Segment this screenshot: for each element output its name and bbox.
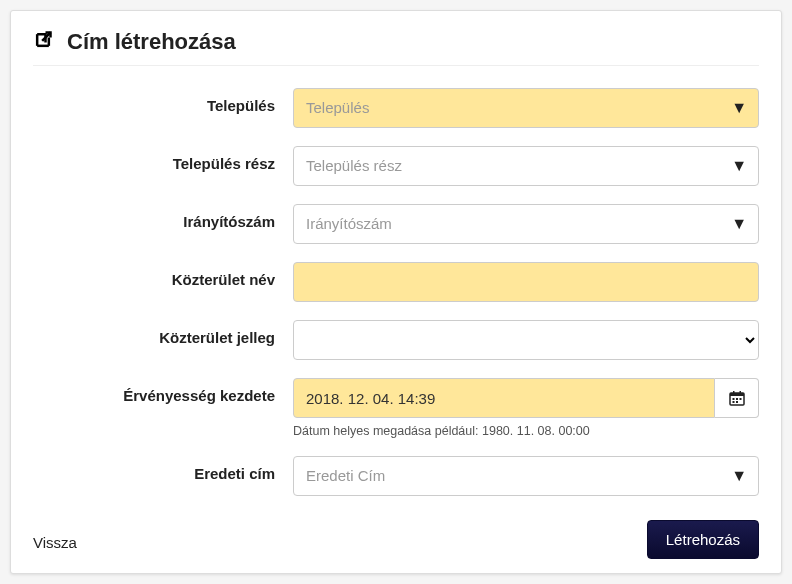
external-link-icon <box>33 30 53 55</box>
row-kozterulet-jelleg: Közterület jelleg <box>33 320 759 360</box>
address-create-panel: Cím létrehozása Település Település ▼ Te… <box>10 10 782 574</box>
submit-button[interactable]: Létrehozás <box>647 520 759 559</box>
svg-rect-5 <box>736 398 738 400</box>
input-ervenyesseg[interactable] <box>293 378 715 418</box>
select-telepules-resz[interactable]: Település rész ▼ <box>293 146 759 186</box>
svg-rect-4 <box>732 398 734 400</box>
select-iranyitoszam[interactable]: Irányítószám ▼ <box>293 204 759 244</box>
label-telepules-resz: Település rész <box>33 146 293 172</box>
hint-ervenyesseg: Dátum helyes megadása például: 1980. 11.… <box>293 424 759 438</box>
calendar-icon <box>729 390 745 406</box>
svg-rect-2 <box>733 391 735 394</box>
label-telepules: Település <box>33 88 293 114</box>
calendar-button[interactable] <box>715 378 759 418</box>
select-telepules[interactable]: Település ▼ <box>293 88 759 128</box>
select-eredeti-cim-value: Eredeti Cím <box>293 456 759 496</box>
select-eredeti-cim[interactable]: Eredeti Cím ▼ <box>293 456 759 496</box>
svg-rect-1 <box>730 393 744 396</box>
svg-rect-6 <box>739 398 741 400</box>
select-telepules-value: Település <box>293 88 759 128</box>
back-link[interactable]: Vissza <box>33 534 77 551</box>
label-kozterulet-jelleg: Közterület jelleg <box>33 320 293 346</box>
page-title: Cím létrehozása <box>67 29 236 55</box>
panel-header: Cím létrehozása <box>33 29 759 66</box>
row-telepules: Település Település ▼ <box>33 88 759 128</box>
row-kozterulet-nev: Közterület név <box>33 262 759 302</box>
svg-rect-3 <box>739 391 741 394</box>
label-ervenyesseg: Érvényesség kezdete <box>33 378 293 404</box>
select-telepules-resz-value: Település rész <box>293 146 759 186</box>
label-eredeti-cim: Eredeti cím <box>33 456 293 482</box>
label-iranyitoszam: Irányítószám <box>33 204 293 230</box>
row-eredeti-cim: Eredeti cím Eredeti Cím ▼ <box>33 456 759 496</box>
row-telepules-resz: Település rész Település rész ▼ <box>33 146 759 186</box>
select-iranyitoszam-value: Irányítószám <box>293 204 759 244</box>
row-ervenyesseg: Érvényesség kezdete <box>33 378 759 438</box>
label-kozterulet-nev: Közterület név <box>33 262 293 288</box>
svg-rect-7 <box>732 401 734 403</box>
svg-rect-8 <box>736 401 738 403</box>
input-kozterulet-nev[interactable] <box>293 262 759 302</box>
select-kozterulet-jelleg[interactable] <box>293 320 759 360</box>
row-iranyitoszam: Irányítószám Irányítószám ▼ <box>33 204 759 244</box>
